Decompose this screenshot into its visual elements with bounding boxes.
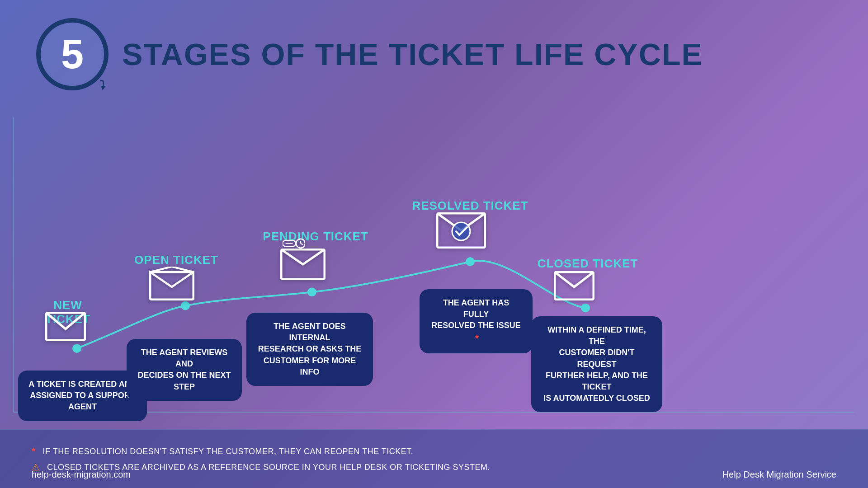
footnote-1-text: IF THE RESOLUTION DOESN'T SATISFY THE CU… [43,447,414,456]
header: 5 STAGES OF THE TICKET LIFE CYCLE [0,0,868,99]
page-title: STAGES OF THE TICKET LIFE CYCLE [122,37,703,72]
svg-point-4 [307,288,316,297]
closed-ticket-label: CLOSED TICKET [533,257,642,271]
open-ticket-label: OPEN TICKET [131,253,222,267]
circle-number: 5 [36,18,108,90]
new-ticket-envelope [45,312,86,341]
svg-point-6 [581,304,590,313]
closed-ticket-info-box: WITHIN A DEFINED TIME, THE CUSTOMER DIDN… [531,316,662,412]
footer-left: help-desk-migration.com [32,469,131,480]
resolved-ticket-envelope [436,212,486,249]
resolved-ticket-label: RESOLVED TICKET [405,199,536,213]
footnote-2: ⚠ CLOSED TICKETS ARE ARCHIVED AS A REFER… [32,462,836,473]
footer-right: Help Desk Migration Service [722,469,836,480]
circle-arrow-icon [96,78,109,91]
footnote-1: * IF THE RESOLUTION DOESN'T SATISFY THE … [32,446,836,457]
asterisk-icon: * [475,333,479,344]
pending-ticket-info-box: THE AGENT DOES INTERNAL RESEARCH OR ASKS… [246,313,373,386]
number: 5 [61,34,84,75]
pending-ticket-envelope [280,239,326,280]
bottom-bar: * IF THE RESOLUTION DOESN'T SATISFY THE … [0,429,868,488]
svg-line-13 [301,244,303,245]
closed-ticket-envelope [554,271,594,300]
resolved-ticket-info-box: THE AGENT HAS FULLY RESOLVED THE ISSUE * [420,289,533,353]
diagram: NEW TICKET OPEN TICKET PENDING TICKET [0,104,868,456]
open-ticket-info-box: THE AGENT REVIEWS AND DECIDES ON THE NEX… [127,339,242,401]
svg-point-3 [181,301,190,310]
asterisk-footnote-icon: * [32,446,36,457]
svg-point-5 [466,257,475,266]
svg-point-16 [452,222,470,240]
open-ticket-envelope [149,267,194,300]
svg-point-2 [72,344,81,353]
